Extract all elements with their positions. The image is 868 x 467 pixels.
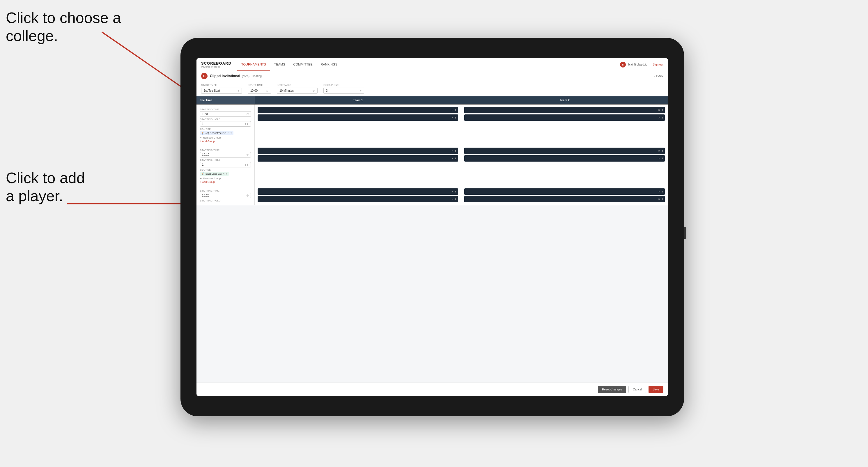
starting-hole-input-1[interactable]: 1 ⬆⬇ [200, 121, 251, 127]
starting-time-input-3[interactable]: 10:20 ⏱ [200, 193, 251, 198]
time-icon-1: ⏱ [246, 113, 249, 116]
team2-cell-3: ✕ ⬆ ✕ ⬆ [461, 186, 668, 205]
starting-hole-input-2[interactable]: 1 ⬆⬇ [200, 162, 251, 167]
time-slot-left-3: STARTING TIME: 10:20 ⏱ STARTING HOLE: [196, 186, 255, 205]
player-slot-4-1[interactable]: ✕ ⬆ [464, 148, 665, 154]
col-team1: Team 1 [255, 96, 461, 104]
annotation-player-line2: a player. [6, 187, 63, 205]
time-icon-3: ⏱ [246, 194, 249, 197]
player-slot-1-1[interactable]: ✕ ⬆ [258, 107, 458, 113]
annotation-player: Click to add a player. [6, 169, 85, 205]
tablet-frame: SCOREBOARD Powered by clippd TOURNAMENTS… [181, 38, 684, 416]
add-group-2[interactable]: + Add Group [200, 181, 251, 183]
start-time-label: Start Time [248, 84, 271, 87]
group-size-chevron: ▾ [360, 89, 362, 92]
hole-chevron-1: ⬆⬇ [244, 123, 249, 125]
team2-cell-2: ✕ ⬆ ✕ ⬆ [461, 145, 668, 186]
cancel-button[interactable]: Cancel [628, 386, 646, 393]
team1-cell-1: ✕ ⬆ ✕ ⬆ [255, 104, 461, 145]
course-label-2: COURSE: [200, 168, 251, 171]
course-remove-1[interactable]: ✕ [227, 132, 230, 134]
time-slot-row-2: STARTING TIME: 10:10 ⏱ STARTING HOLE: 1 … [196, 145, 668, 186]
player-slot-2-2[interactable]: ✕ ⬆ [464, 115, 665, 121]
expand-icon-2-2: ✕ [658, 117, 660, 119]
main-content: Tee Time Team 1 Team 2 STARTING TIME: 10… [196, 96, 668, 382]
hole-chevron-2: ⬆⬇ [244, 163, 249, 166]
intervals-select[interactable]: 10 Minutes ⏱ [277, 88, 317, 94]
tournament-logo: C [201, 73, 208, 79]
start-time-input[interactable]: 10:00 ⏱ [248, 88, 271, 94]
intervals-group: Intervals 10 Minutes ⏱ [277, 84, 317, 94]
expand-icon-2-1: ✕ [658, 109, 660, 112]
starting-time-label-3: STARTING TIME: [200, 190, 251, 192]
sign-out-link[interactable]: Sign out [653, 63, 663, 66]
course-tag-1[interactable]: 🏌 (A) Peachtree GC ✕ ▾ [200, 131, 234, 135]
starting-time-label-1: STARTING TIME: [200, 108, 251, 111]
starting-hole-label-1: STARTING HOLE: [200, 118, 251, 121]
tournament-gender: (Men) [242, 74, 249, 78]
team1-cell-2: ✕ ⬆ ✕ ⬆ [255, 145, 461, 186]
user-avatar: B [620, 62, 626, 67]
remove-group-1[interactable]: ↩ Remove Group [200, 136, 251, 139]
sub-header: C Clippd Invitational (Men) Hosting ‹ Ba… [196, 71, 668, 81]
add-group-1[interactable]: + Add Group [200, 140, 251, 143]
collapse-icon-1-1: ⬆ [455, 109, 457, 112]
starting-time-input-1[interactable]: 10:00 ⏱ [200, 111, 251, 117]
hosting-badge: Hosting [252, 74, 262, 78]
player-slot-4-2[interactable]: ✕ ⬆ [464, 155, 665, 162]
player-slot-3-2[interactable]: ✕ ⬆ [258, 155, 458, 162]
start-type-select[interactable]: 1st Tee Start ▾ [201, 88, 242, 94]
expand-icon-1-1: ✕ [452, 109, 454, 112]
player-slot-3-1[interactable]: ✕ ⬆ [258, 148, 458, 154]
player-slot-5-2[interactable]: ✕ ⬆ [258, 196, 458, 203]
user-email: blair@clippd.io [628, 63, 647, 66]
nav-link-rankings[interactable]: RANKINGS [317, 58, 341, 71]
col-team2: Team 2 [461, 96, 668, 104]
clock-icon: ⏱ [266, 89, 268, 92]
course-label-1: COURSE: [200, 128, 251, 130]
collapse-icon-2-2: ⬆ [661, 117, 663, 119]
course-remove-2[interactable]: ✕ [223, 173, 225, 175]
time-slot-row-3: STARTING TIME: 10:20 ⏱ STARTING HOLE: ✕ … [196, 186, 668, 205]
nav-link-committee[interactable]: COMMITTEE [289, 58, 317, 71]
nav-link-teams[interactable]: TEAMS [270, 58, 289, 71]
logo-text: SCOREBOARD [201, 61, 231, 65]
group-size-group: Group Size 3 ▾ [323, 84, 364, 94]
tablet-screen: SCOREBOARD Powered by clippd TOURNAMENTS… [196, 58, 668, 396]
player-slot-1-2[interactable]: ✕ ⬆ [258, 115, 458, 121]
player-slot-6-1[interactable]: ✕ ⬆ [464, 188, 665, 195]
starting-time-input-2[interactable]: 10:10 ⏱ [200, 152, 251, 157]
annotation-college-line1: Click to choose a [6, 9, 121, 26]
time-slot-left-2: STARTING TIME: 10:10 ⏱ STARTING HOLE: 1 … [196, 145, 255, 186]
table-header: Tee Time Team 1 Team 2 [196, 96, 668, 104]
remove-group-2[interactable]: ↩ Remove Group [200, 177, 251, 180]
team1-cell-3: ✕ ⬆ ✕ ⬆ [255, 186, 461, 205]
starting-hole-label-3: STARTING HOLE: [200, 199, 251, 202]
annotation-player-line1: Click to add [6, 169, 85, 186]
logo-sub: Powered by clippd [201, 65, 231, 68]
starting-time-label-2: STARTING TIME: [200, 149, 251, 151]
back-button[interactable]: ‹ Back [654, 74, 663, 78]
time-icon-2: ⏱ [246, 153, 249, 156]
player-slot-2-1[interactable]: ✕ ⬆ [464, 107, 665, 113]
annotation-college: Click to choose a college. [6, 9, 121, 45]
nav-link-tournaments[interactable]: TOURNAMENTS [237, 58, 270, 71]
start-type-label: Start Type [201, 84, 242, 87]
time-slot-row-1: STARTING TIME: 10:00 ⏱ STARTING HOLE: 1 … [196, 104, 668, 145]
player-slot-5-1[interactable]: ✕ ⬆ [258, 188, 458, 195]
expand-icon-1-2: ✕ [452, 117, 454, 119]
start-type-group: Start Type 1st Tee Start ▾ [201, 84, 242, 94]
start-time-group: Start Time 10:00 ⏱ [248, 84, 271, 94]
player-slot-6-2[interactable]: ✕ ⬆ [464, 196, 665, 203]
nav-right: B blair@clippd.io | Sign out [620, 62, 663, 67]
course-icon-1: 🏌 [202, 132, 205, 134]
col-tee-time: Tee Time [196, 96, 255, 104]
start-type-chevron: ▾ [238, 89, 239, 92]
starting-hole-label-2: STARTING HOLE: [200, 159, 251, 161]
footer: Reset Changes Cancel Save [196, 382, 668, 396]
clock-icon-2: ⏱ [312, 89, 315, 92]
save-button[interactable]: Save [649, 386, 663, 393]
group-size-select[interactable]: 3 ▾ [323, 88, 364, 94]
reset-button[interactable]: Reset Changes [598, 386, 626, 393]
course-tag-2[interactable]: 🏌 East Lake GC ✕ ▾ [200, 172, 229, 176]
